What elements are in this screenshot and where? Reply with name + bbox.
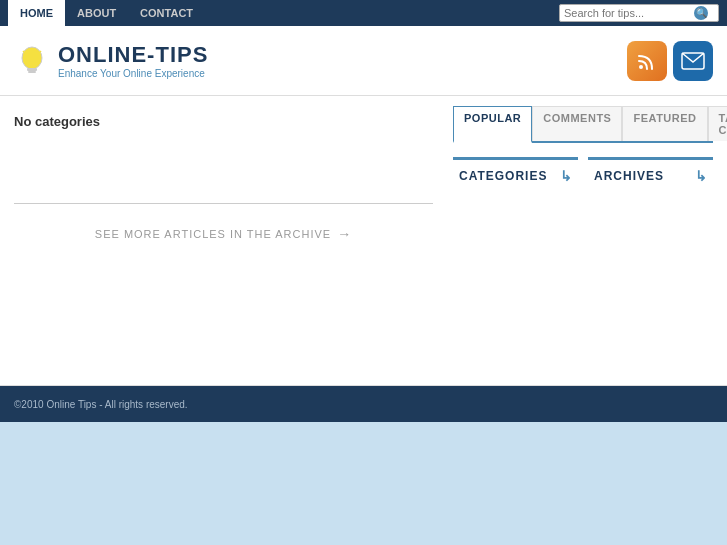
main-inner: No categories SEE MORE ARTICLES IN THE A… <box>0 96 727 258</box>
svg-rect-1 <box>27 68 37 71</box>
archives-widget-header: ARCHIVES ↳ <box>594 168 707 184</box>
main-content: No categories SEE MORE ARTICLES IN THE A… <box>14 106 453 248</box>
svg-point-6 <box>639 65 643 69</box>
svg-rect-2 <box>28 71 36 73</box>
no-categories-label: No categories <box>14 106 433 143</box>
archives-title: ARCHIVES <box>594 169 664 183</box>
archives-widget: ARCHIVES ↳ <box>588 157 713 190</box>
main-divider <box>14 203 433 204</box>
site-title: ONLINE-TIPS <box>58 42 208 68</box>
nav-contact[interactable]: CONTACT <box>128 0 205 26</box>
tab-tagcloud[interactable]: TAG CLOUD <box>708 106 727 141</box>
categories-title: CATEGORIES <box>459 169 547 183</box>
tab-featured[interactable]: FEATURED <box>622 106 707 141</box>
categories-widget: CATEGORIES ↳ <box>453 157 578 190</box>
footer-copyright: ©2010 Online Tips - All rights reserved. <box>14 399 188 410</box>
archives-arrow-icon: ↳ <box>695 168 707 184</box>
navbar: HOME ABOUT CONTACT 🔍 <box>0 0 727 26</box>
logo-area: ONLINE-TIPS Enhance Your Online Experien… <box>14 42 627 79</box>
search-bar: 🔍 <box>559 4 719 22</box>
archive-link[interactable]: SEE MORE ARTICLES IN THE ARCHIVE → <box>14 220 433 248</box>
site-footer: ©2010 Online Tips - All rights reserved. <box>0 386 727 422</box>
rss-icon <box>636 50 658 72</box>
search-input[interactable] <box>564 7 694 19</box>
rss-button[interactable] <box>627 41 667 81</box>
lower-background <box>0 422 727 545</box>
search-button[interactable]: 🔍 <box>694 6 708 20</box>
tab-comments[interactable]: COMMENTS <box>532 106 622 141</box>
categories-arrow-icon: ↳ <box>560 168 572 184</box>
sidebar-tabs: POPULAR COMMENTS FEATURED TAG CLOUD <box>453 106 713 143</box>
widget-row: CATEGORIES ↳ ARCHIVES ↳ <box>453 157 713 190</box>
mail-button[interactable] <box>673 41 713 81</box>
archive-arrow-icon: → <box>337 226 352 242</box>
archive-link-text: SEE MORE ARTICLES IN THE ARCHIVE <box>95 228 331 240</box>
site-header: ONLINE-TIPS Enhance Your Online Experien… <box>0 26 727 96</box>
tab-popular[interactable]: POPULAR <box>453 106 532 143</box>
logo-text: ONLINE-TIPS Enhance Your Online Experien… <box>58 42 208 79</box>
nav-home[interactable]: HOME <box>8 0 65 26</box>
main-wrapper: No categories SEE MORE ARTICLES IN THE A… <box>0 96 727 386</box>
site-subtitle: Enhance Your Online Experience <box>58 68 208 79</box>
mail-icon <box>681 52 705 70</box>
categories-widget-header: CATEGORIES ↳ <box>459 168 572 184</box>
nav-about[interactable]: ABOUT <box>65 0 128 26</box>
header-icons <box>627 41 713 81</box>
logo-bulb-icon <box>14 43 50 79</box>
sidebar: POPULAR COMMENTS FEATURED TAG CLOUD CATE… <box>453 106 713 248</box>
